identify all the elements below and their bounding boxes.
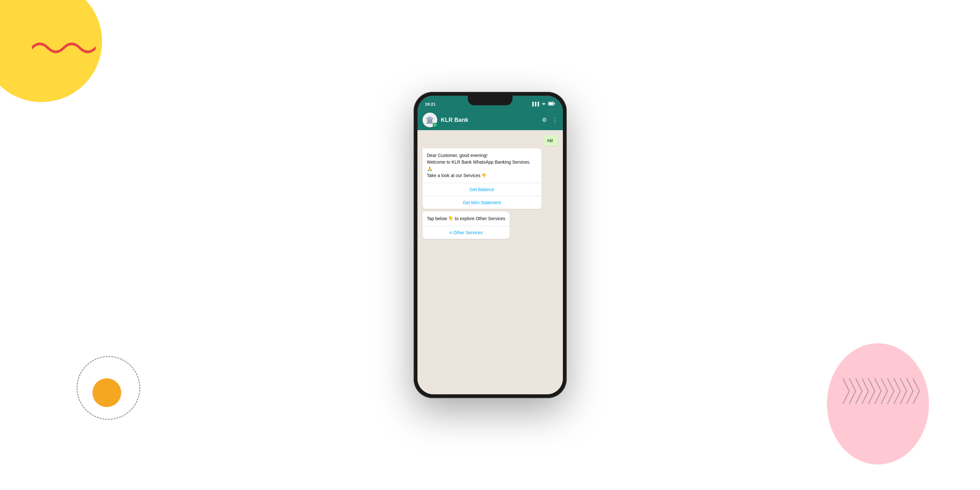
msg-line1: Dear Customer, good evening! <box>427 152 537 159</box>
signal-icon: ▐▐▐ <box>531 102 539 106</box>
tap-below-text: Tap below 👇 to explore Other Services <box>423 212 510 226</box>
phone-wrapper: 19:21 ▐▐▐ <box>414 92 567 398</box>
svg-rect-2 <box>554 103 555 104</box>
svg-rect-1 <box>549 102 553 105</box>
received-message-text: Dear Customer, good evening! Welcome to … <box>423 148 541 183</box>
wa-header: 🏛️ KLR Bank ⚙ ⋮ <box>417 110 563 130</box>
received-message-bubble-2: Tap below 👇 to explore Other Services ≡ … <box>423 212 510 239</box>
wifi-icon <box>541 102 546 107</box>
battery-icon <box>548 102 555 107</box>
get-balance-button[interactable]: Get Balance <box>423 183 541 196</box>
status-time: 19:21 <box>425 102 436 107</box>
orange-dot-decoration <box>92 379 121 407</box>
sent-message-text: Hi! <box>547 138 553 143</box>
msg-line2: Welcome to KLR Bank WhatsApp Banking Ser… <box>427 159 537 172</box>
verified-badge <box>433 123 437 127</box>
chevrons-decoration <box>840 375 923 407</box>
phone-screen: 19:21 ▐▐▐ <box>417 96 563 394</box>
avatar: 🏛️ <box>423 113 437 127</box>
phone-frame: 19:21 ▐▐▐ <box>414 92 567 398</box>
status-icons: ▐▐▐ <box>531 102 555 107</box>
header-actions[interactable]: ⚙ ⋮ <box>542 116 558 124</box>
settings-icon[interactable]: ⚙ <box>542 116 547 124</box>
chat-area: Hi! Dear Customer, good evening! Welcome… <box>417 130 563 394</box>
other-services-button[interactable]: ≡ Other Services <box>423 226 510 239</box>
more-options-icon[interactable]: ⋮ <box>552 116 558 124</box>
chat-title: KLR Bank <box>441 117 538 124</box>
msg-line3: Take a look at our Services 👇 <box>427 172 537 179</box>
wavy-decoration <box>32 38 95 57</box>
sent-message-bubble: Hi! <box>543 135 557 146</box>
get-mini-statement-button[interactable]: Get Mini Statement <box>423 196 541 209</box>
phone-notch <box>468 96 512 105</box>
received-message-bubble-1: Dear Customer, good evening! Welcome to … <box>423 148 541 209</box>
